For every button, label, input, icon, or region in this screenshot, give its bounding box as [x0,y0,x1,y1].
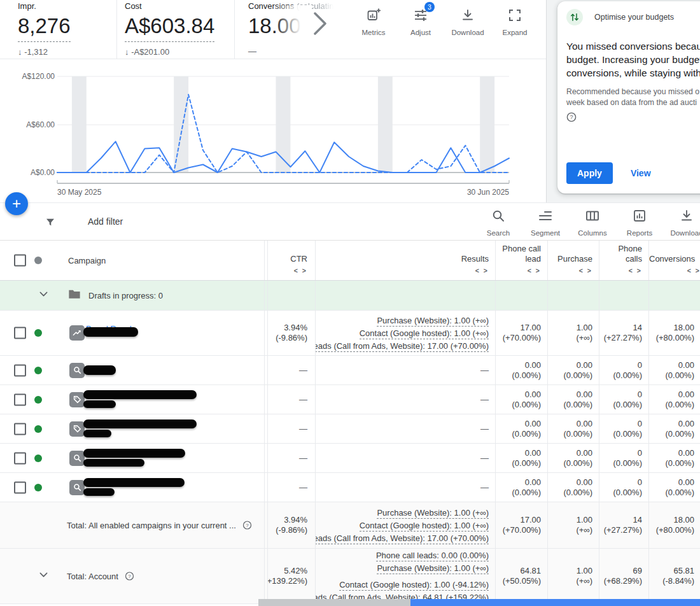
metric-label: Impr. [18,1,71,11]
phone_call_lead-cell: 17.00(+70.00%) [496,502,547,548]
help-icon[interactable]: ? [242,521,252,530]
adjust-button[interactable]: Adjust3 [403,8,438,36]
conversion-action-link[interactable]: ll leads (Call from Ads, Website): 17.00… [316,341,489,352]
cell-value: — [480,453,489,463]
conversion-action-link[interactable]: Phone call leads: 0.00 (0.00%) [376,551,489,561]
row-checkbox[interactable] [14,393,26,405]
row-checkbox[interactable] [14,364,26,376]
download-button[interactable]: Download [670,208,700,237]
column-divider [264,241,265,280]
recommendation-footnote: Recommended because you missed o week ba… [566,87,700,108]
conversion-action-link[interactable]: Purchase (Website): 1.00 (+∞) [377,508,489,519]
row-checkbox[interactable] [14,452,26,464]
row-checkbox[interactable] [14,481,26,493]
column-divider [264,385,265,414]
folder-icon [68,289,81,302]
chevron-down-icon[interactable] [38,289,49,302]
search-campaign-icon [69,451,85,466]
apply-button[interactable]: Apply [566,162,613,184]
cell-value: — [299,395,307,405]
cell-value: (0.00%) [613,488,642,498]
recommendation-body: You missed conversions becaus budget. In… [566,39,700,80]
column-divider [264,549,265,603]
cell-value: 5.42% [284,566,307,576]
campaign-column-header[interactable]: Campaign [68,256,106,265]
add-campaign-fab[interactable]: + [5,192,28,215]
ctr-cell: 5.42%(+139.22%) [268,549,315,603]
phone_calls-column-header[interactable]: Phone calls< > [599,241,648,280]
conversion-action-link[interactable]: ll leads (Call from Ads, Website): 17.00… [316,533,489,544]
cell-value: (-9.86%) [276,525,307,535]
conversion-action-link[interactable]: Contact (Google hosted): 1.00 (+∞) [360,521,489,532]
column-divider [264,414,265,443]
cell-value: 0.00 [525,419,541,429]
purchase-cell: 1.00(+∞) [548,502,599,548]
conversion-action-link[interactable]: Purchase (Website): 1.00 (+∞) [377,316,489,327]
status-dot-enabled [34,454,42,462]
next-metric-chevron-icon[interactable] [311,10,330,39]
campaign-row: Broad Reach3.94%(-9.86%)Purchase (Websit… [0,311,700,356]
columns-button[interactable]: Columns [576,208,609,237]
results-cell: — [316,356,495,384]
horizontal-scrollbar-thumb[interactable] [410,599,700,606]
download-icon [679,208,694,225]
column-expander-icon[interactable]: < > [629,267,642,274]
toolbar-label: Segment [531,229,560,237]
cell-value: (+27.27%) [604,525,642,535]
status-dot-enabled [34,425,42,433]
ctr-column-header[interactable]: CTR< > [268,241,315,280]
help-icon[interactable]: ? [125,572,134,581]
results-cell: Purchase (Website): 1.00 (+∞)Contact (Go… [316,311,495,355]
phone_call_lead-cell: 64.81(+50.05%) [496,549,547,603]
column-divider [547,281,548,310]
cell-value: (0.00%) [665,370,694,381]
conversions-cell: 65.81(-8.84%) [649,549,700,603]
conversion-action-link[interactable]: Purchase (Website): 1.00 (+∞) [377,563,489,574]
metric-card-impressions[interactable]: Impr. 8,276 ↓ -1,312 [18,1,71,57]
expand-button[interactable]: Expand [497,8,533,36]
cell-value: — [480,424,489,434]
metric-card-cost[interactable]: Cost A$603.84 ↓ -A$201.00 [125,1,214,57]
add-filter-button[interactable]: Add filter [88,216,123,227]
metrics-button[interactable]: Metrics [356,8,391,36]
phone_call_lead-column-header[interactable]: Phone call lead< > [496,241,547,280]
conversion-action-link[interactable]: Contact (Google hosted): 1.00 (+∞) [360,328,489,339]
column-expander-icon[interactable]: < > [687,267,700,274]
row-checkbox[interactable] [14,327,26,339]
purchase-cell: 1.00(+∞) [548,549,599,603]
purchase-column-header[interactable]: Purchase< > [548,241,599,280]
cell-value: (0.00%) [613,458,642,469]
cell-value: (+∞) [576,525,592,535]
cell-value: (+∞) [576,333,592,343]
redacted-campaign-name [83,400,116,408]
view-link[interactable]: View [631,168,651,178]
results-column-header[interactable]: Results< > [316,241,495,280]
horizontal-scrollbar[interactable] [258,599,700,606]
download-button[interactable]: Download [450,8,486,36]
column-expander-icon[interactable]: < > [475,267,489,274]
conversions-cell: 18.00(+80.00%) [649,311,700,355]
help-icon[interactable]: ? [566,112,700,125]
row-checkbox[interactable] [14,423,26,435]
segment-button[interactable]: Segment [529,208,562,237]
reports-button[interactable]: Reports [623,208,656,237]
select-all-checkbox[interactable] [14,255,26,267]
cell-value: — [299,453,307,463]
phone_calls-cell: 14(+27.27%) [599,502,648,548]
y-axis-tick: A$60.00 [11,120,55,129]
purchase-cell: 1.00(+∞) [548,311,599,355]
cell-value: 65.81 [673,566,694,576]
conversions-cell: 0.00(0.00%) [649,385,700,414]
cell-value: (+70.00%) [503,525,541,535]
redacted-campaign-name [83,419,197,428]
column-expander-icon[interactable]: < > [294,267,307,274]
search-button[interactable]: Search [482,208,515,237]
column-expander-icon[interactable]: < > [528,267,541,274]
column-expander-icon[interactable]: < > [579,267,592,274]
campaign-row: ——0.00(0.00%)0.00(0.00%)0(0.00%)0.00(0.0… [0,356,700,385]
chevron-down-icon[interactable] [38,570,49,583]
ctr-cell: — [268,444,315,472]
ctr-cell: — [268,414,315,443]
conversions-column-header[interactable]: Conversions< > [649,241,700,280]
conversion-action-link[interactable]: Contact (Google hosted): 1.00 (-94.12%) [339,580,489,591]
